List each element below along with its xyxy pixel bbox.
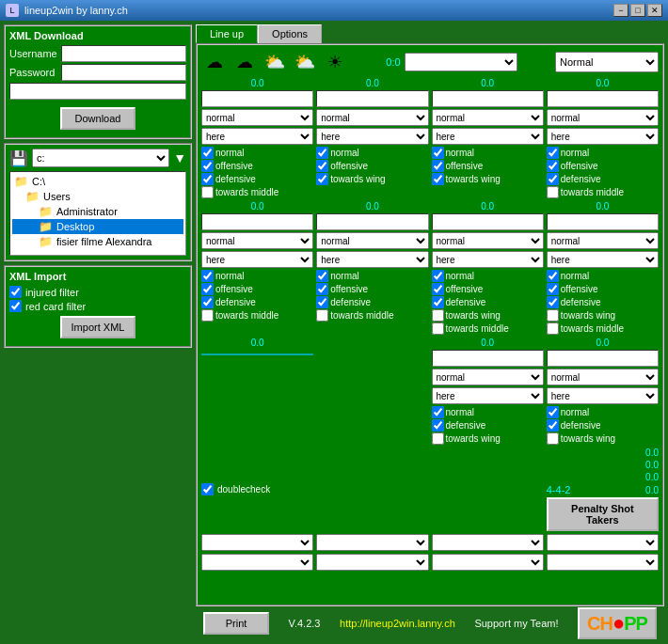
cb-normal-9[interactable] bbox=[432, 406, 444, 418]
cb-offensive-4[interactable] bbox=[547, 160, 559, 172]
cb-towards-middle-4[interactable] bbox=[547, 186, 559, 198]
cb-towards-wing-7[interactable] bbox=[432, 309, 444, 322]
cb-towards-middle-5[interactable] bbox=[201, 309, 214, 322]
player-loc-1[interactable]: here bbox=[201, 128, 313, 145]
player-loc-2[interactable]: here bbox=[316, 128, 428, 145]
filename-input[interactable]: plyr-2011-04-14.xml bbox=[9, 83, 186, 100]
player-pos-3[interactable]: normal bbox=[432, 109, 544, 126]
cb-defensive-1[interactable] bbox=[201, 173, 214, 185]
cb-towards-wing-2[interactable] bbox=[316, 173, 328, 185]
cb-towards-middle-1[interactable] bbox=[201, 186, 214, 198]
cb-normal-10[interactable] bbox=[547, 406, 559, 418]
cb-offensive-7[interactable] bbox=[432, 283, 444, 295]
minimize-button[interactable]: − bbox=[613, 4, 628, 17]
tab-lineup[interactable]: Line up bbox=[196, 24, 258, 43]
player-loc-8[interactable]: here bbox=[547, 251, 659, 268]
cb-normal-1[interactable] bbox=[201, 147, 214, 159]
player-pos-7[interactable]: normal bbox=[432, 232, 544, 249]
cb-towards-middle-8[interactable] bbox=[547, 322, 559, 335]
player-loc-10[interactable]: here bbox=[547, 387, 659, 404]
cb-normal-7[interactable] bbox=[432, 270, 444, 282]
sub-select-2-1[interactable] bbox=[201, 554, 313, 571]
player-pos-10[interactable]: normal bbox=[547, 369, 659, 385]
cb-defensive-9[interactable] bbox=[432, 419, 444, 432]
cb-normal-3[interactable] bbox=[432, 147, 444, 159]
player-name-10[interactable] bbox=[547, 350, 659, 367]
sub-select-1-2[interactable] bbox=[316, 534, 428, 551]
player-loc-4[interactable]: here bbox=[547, 128, 659, 145]
player-loc-7[interactable]: here bbox=[432, 251, 544, 268]
player-name-1[interactable] bbox=[201, 90, 313, 107]
player-pos-2[interactable]: normal bbox=[316, 109, 428, 126]
player-pos-4[interactable]: normal bbox=[547, 109, 659, 126]
player-name-3[interactable] bbox=[432, 90, 544, 107]
normal-select[interactable]: Normal bbox=[555, 52, 659, 72]
sub-select-1-3[interactable] bbox=[432, 534, 544, 551]
password-input[interactable] bbox=[61, 64, 186, 81]
cb-offensive-3[interactable] bbox=[432, 160, 444, 172]
player-name-2[interactable] bbox=[316, 90, 428, 107]
sub-select-1-1[interactable] bbox=[201, 534, 313, 551]
player-loc-3[interactable]: here bbox=[432, 128, 544, 145]
close-button[interactable]: ✕ bbox=[647, 4, 662, 17]
team-select[interactable] bbox=[405, 53, 517, 71]
player-name-5[interactable] bbox=[201, 213, 313, 230]
cb-defensive-5[interactable] bbox=[201, 296, 214, 308]
cb-offensive-2[interactable] bbox=[316, 160, 328, 172]
cb-defensive-4[interactable] bbox=[547, 173, 559, 185]
player-name-7[interactable] bbox=[432, 213, 544, 230]
cb-towards-middle-6[interactable] bbox=[316, 309, 328, 322]
maximize-button[interactable]: □ bbox=[630, 4, 645, 17]
import-xml-button[interactable]: Import XML bbox=[60, 316, 135, 338]
player-loc-5[interactable]: here bbox=[201, 251, 313, 268]
tree-item-users[interactable]: 📁Users bbox=[12, 189, 183, 204]
player-name-6[interactable] bbox=[316, 213, 428, 230]
cb-towards-wing-8[interactable] bbox=[547, 309, 559, 322]
cb-defensive-10[interactable] bbox=[547, 419, 559, 432]
sub-select-2-4[interactable] bbox=[547, 554, 659, 571]
drive-select[interactable]: c: bbox=[32, 149, 169, 167]
cb-normal-8[interactable] bbox=[547, 270, 559, 282]
sub-select-1-4[interactable] bbox=[547, 534, 659, 551]
cb-towards-wing-9[interactable] bbox=[432, 432, 444, 445]
player-loc-6[interactable]: here bbox=[316, 251, 428, 268]
cb-offensive-8[interactable] bbox=[547, 283, 559, 295]
cb-normal-2[interactable] bbox=[316, 147, 328, 159]
cb-defensive-6[interactable] bbox=[316, 296, 328, 308]
cb-towards-middle-7[interactable] bbox=[432, 322, 444, 335]
tree-item-administrator[interactable]: 📁Administrator bbox=[12, 204, 183, 219]
sub-select-2-2[interactable] bbox=[316, 554, 428, 571]
player-name-9[interactable] bbox=[432, 350, 544, 367]
cb-offensive-6[interactable] bbox=[316, 283, 328, 295]
injured-filter-checkbox[interactable] bbox=[9, 286, 22, 298]
username-input[interactable] bbox=[61, 45, 186, 62]
player-name-8[interactable] bbox=[547, 213, 659, 230]
player-name-4[interactable] bbox=[547, 90, 659, 107]
cb-defensive-7[interactable] bbox=[432, 296, 444, 308]
tree-item-fisier[interactable]: 📁fisier filme Alexandra bbox=[12, 234, 183, 249]
player-pos-9[interactable]: normal bbox=[432, 369, 544, 385]
cb-normal-6[interactable] bbox=[316, 270, 328, 282]
print-button[interactable]: Print bbox=[203, 612, 269, 635]
cb-defensive-8[interactable] bbox=[547, 296, 559, 308]
download-button[interactable]: Download bbox=[60, 107, 135, 130]
cb-towards-wing-10[interactable] bbox=[547, 432, 559, 445]
sub-select-2-3[interactable] bbox=[432, 554, 544, 571]
cb-normal-4[interactable] bbox=[547, 147, 559, 159]
player-loc-9[interactable]: here bbox=[432, 387, 544, 404]
tab-options[interactable]: Options bbox=[258, 24, 322, 43]
player-pos-8[interactable]: normal bbox=[547, 232, 659, 249]
cb-offensive-5[interactable] bbox=[201, 283, 214, 295]
player-pos-6[interactable]: normal bbox=[316, 232, 428, 249]
cb-offensive-1[interactable] bbox=[201, 160, 214, 172]
player-pos-1[interactable]: normal bbox=[201, 109, 313, 126]
doublecheck-checkbox[interactable] bbox=[201, 483, 214, 495]
red-card-filter-checkbox[interactable] bbox=[9, 300, 22, 312]
penalty-shot-takers-button[interactable]: Penalty Shot Takers bbox=[547, 497, 659, 531]
file-tree[interactable]: 📁C:\ 📁Users 📁Administrator 📁Desktop 📁fis… bbox=[9, 171, 186, 256]
tree-item-desktop[interactable]: 📁Desktop bbox=[12, 219, 183, 234]
cb-towards-wing-3[interactable] bbox=[432, 173, 444, 185]
tree-item-root[interactable]: 📁C:\ bbox=[12, 174, 183, 189]
player-pos-5[interactable]: normal bbox=[201, 232, 313, 249]
cb-normal-5[interactable] bbox=[201, 270, 214, 282]
